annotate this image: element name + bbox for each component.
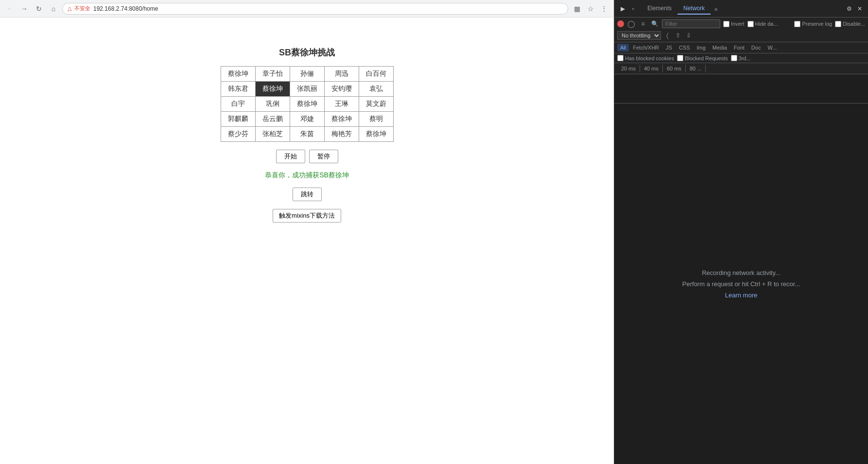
close-devtools-icon[interactable]: ✕ [855,4,864,13]
device-icon[interactable]: ▫ [629,4,638,13]
success-message: 恭喜你，成功捕获SB蔡徐坤 [265,171,349,180]
table-cell: 袁弘 [359,82,393,97]
filter-type-media[interactable]: Media [710,44,730,52]
table-cell: 蔡少芬 [221,127,255,142]
table-cell: 张柏芝 [255,127,290,142]
invert-checkbox[interactable] [723,21,729,27]
hide-data-checkbox-label[interactable]: Hide da... [747,21,778,27]
trigger-button[interactable]: 触发mixins下载方法 [273,209,341,223]
timeline-graph [614,74,868,103]
filter-type-all[interactable]: All [617,44,629,52]
security-warning-text: 不安全 [74,5,90,12]
table-cell: 王琳 [324,97,359,112]
invert-checkbox-label[interactable]: Invert [723,21,745,27]
table-cell: 郭麒麟 [221,112,255,127]
record-button[interactable] [617,20,624,27]
learn-more-link[interactable]: Learn more [725,292,757,299]
timeline-label: 20 ms [617,65,640,72]
table-cell: 梅艳芳 [324,127,359,142]
filter-checkbox[interactable] [677,55,683,61]
filter-types-bar: AllFetch/XHRJSCSSImgMediaFontDocW... [614,42,868,53]
timeline-label: 60 ms [663,65,686,72]
table-cell: 白宇 [221,97,255,112]
table-cell: 蔡徐坤 [255,82,290,97]
tab-network[interactable]: Network [677,3,711,15]
table-cell: 蔡徐坤 [359,127,393,142]
hide-data-checkbox[interactable] [747,21,754,27]
reload-button[interactable]: ↻ [33,3,45,15]
game-table: 蔡徐坤章子怡孙俪周迅白百何韩东君蔡徐坤张凯丽安钧璎袁弘白宇巩俐蔡徐坤王琳莫文蔚郭… [221,66,394,142]
preserve-log-label[interactable]: Preserve log [794,21,832,27]
filter-row2-checkbox[interactable]: Blocked Requests [677,55,728,61]
filter-checkbox[interactable] [731,55,737,61]
filter-type-font[interactable]: Font [731,44,747,52]
pause-button[interactable]: 暂停 [309,150,338,163]
filter-icon[interactable]: ≡ [639,19,647,28]
search-icon[interactable]: 🔍 [650,19,659,28]
address-text: 192.168.2.74:8080/home [93,5,158,12]
preserve-log-checkbox[interactable] [794,21,800,27]
table-cell: 巩俐 [255,97,290,112]
filter-row2: Has blocked cookiesBlocked Requests3rd..… [614,53,868,63]
security-warning-icon: △ [68,5,71,12]
browser-action-buttons: ▦ ☆ ⋮ [571,3,610,15]
devtools-main: Recording network activity... Perform a … [614,103,868,464]
table-cell: 蔡明 [359,112,393,127]
export-icon[interactable]: ⇩ [684,31,693,40]
start-button[interactable]: 开始 [276,150,305,163]
table-cell: 安钧璎 [324,82,359,97]
table-cell: 邓婕 [290,112,324,127]
menu-button[interactable]: ⋮ [598,3,610,15]
filter-row2-checkbox[interactable]: 3rd... [731,55,751,61]
devtools-panel: ▶ ▫ Elements Network » ⚙ ✕ ◯ ≡ 🔍 Invert … [614,0,868,464]
tab-more[interactable]: » [711,4,722,15]
import-icon[interactable]: ⇧ [674,31,682,40]
browser-content: SB蔡徐坤挑战 蔡徐坤章子怡孙俪周迅白百何韩东君蔡徐坤张凯丽安钧璎袁弘白宇巩俐蔡… [0,17,614,464]
devtools-toolbar: ▶ ▫ Elements Network » ⚙ ✕ [614,0,868,17]
filter-type-css[interactable]: CSS [676,44,693,52]
clear-button[interactable]: ◯ [627,19,636,28]
inspect-icon[interactable]: ▶ [618,4,627,13]
table-cell: 朱茵 [290,127,324,142]
settings-icon[interactable]: ⚙ [845,4,853,13]
page-title: SB蔡徐坤挑战 [279,47,335,58]
forward-button[interactable]: → [18,3,30,15]
invert-label: Invert [731,21,745,27]
filter-type-img[interactable]: Img [694,44,709,52]
timeline-label: 40 ms [640,65,663,72]
timeline-label: 80 ... [686,65,706,72]
page-content: SB蔡徐坤挑战 蔡徐坤章子怡孙俪周迅白百何韩东君蔡徐坤张凯丽安钧璎袁弘白宇巩俐蔡… [221,47,394,223]
table-cell: 蔡徐坤 [324,112,359,127]
address-bar[interactable]: △ 不安全 192.168.2.74:8080/home [62,3,568,15]
recording-text: Recording network activity... [702,269,781,276]
disable-cache-checkbox[interactable] [835,21,841,27]
filter-input[interactable] [662,19,720,28]
table-cell: 蔡徐坤 [290,97,324,112]
hide-data-label: Hide da... [755,21,778,27]
filter-row2-checkbox[interactable]: Has blocked cookies [617,55,674,61]
filter-checkbox[interactable] [617,55,624,61]
jump-button[interactable]: 跳转 [293,188,322,201]
wifi-icon[interactable]: 〈 [663,31,672,40]
bookmark-button[interactable]: ☆ [585,3,596,15]
table-cell: 白百何 [359,67,393,82]
control-buttons: 开始 暂停 [276,150,338,163]
table-cell: 岳云鹏 [255,112,290,127]
home-button[interactable]: ⌂ [48,3,59,15]
table-cell: 张凯丽 [290,82,324,97]
cast-button[interactable]: ▦ [571,3,583,15]
filter-type-fetch/xhr[interactable]: Fetch/XHR [630,44,662,52]
back-button[interactable]: ← [4,3,16,15]
table-cell: 周迅 [324,67,359,82]
browser-frame: ← → ↻ ⌂ △ 不安全 192.168.2.74:8080/home ▦ ☆… [0,0,614,464]
throttle-select[interactable]: No throttling [617,31,661,40]
filter-type-doc[interactable]: Doc [748,44,764,52]
preserve-log-text: Preserve log [802,21,832,27]
table-cell: 韩东君 [221,82,255,97]
disable-cache-label[interactable]: Disable... [835,21,865,27]
filter-type-w...[interactable]: W... [764,44,780,52]
disable-cache-text: Disable... [843,21,865,27]
filter-type-js[interactable]: JS [663,44,675,52]
tab-elements[interactable]: Elements [642,3,677,15]
table-cell: 孙俪 [290,67,324,82]
